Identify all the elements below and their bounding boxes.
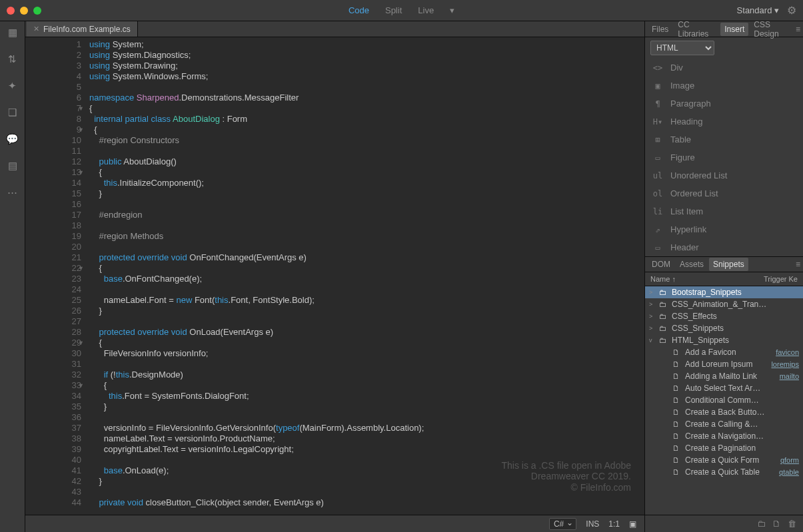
insert-label: Paragraph	[670, 99, 711, 109]
snippets-header: Name ↑ Trigger Ke	[645, 272, 803, 286]
snippet-trigger: mailto	[780, 372, 799, 380]
insert-category-select[interactable]: HTML	[650, 41, 714, 55]
insert-list: <>Div▣Image¶ParagraphH▾Heading⊞Table▭Fig…	[645, 59, 803, 256]
snippet-file[interactable]: 🗋Conditional Comm…	[645, 394, 803, 406]
snippet-file[interactable]: 🗋Create a Quick Tableqtable	[645, 466, 803, 478]
language-dropdown[interactable]: C#	[549, 518, 576, 530]
snippet-file[interactable]: 🗋Create a Quick Formqform	[645, 454, 803, 466]
maximize-window[interactable]	[33, 7, 41, 15]
snippet-label: Add a Favicon	[685, 348, 772, 357]
brush-icon[interactable]: ❑	[7, 107, 19, 119]
file-tab[interactable]: ✕ FileInfo.com Example.cs	[27, 21, 138, 37]
insert-label: Header	[670, 242, 699, 252]
insert-icon: ¶	[652, 99, 664, 109]
insert-icon: ⇗	[652, 225, 664, 234]
insert-label: Image	[670, 81, 694, 91]
snippet-trigger: qtable	[779, 468, 799, 476]
insert-item[interactable]: ▭Header	[645, 238, 803, 256]
insert-item[interactable]: liList Item	[645, 202, 803, 220]
snippet-label: Bootstrap_Snippets	[672, 288, 799, 297]
insert-icon: ul	[652, 171, 664, 180]
insert-item[interactable]: olOrdered List	[645, 184, 803, 202]
insert-item[interactable]: ⊞Table	[645, 131, 803, 148]
panel-tab-dom[interactable]: DOM	[648, 258, 674, 271]
snippet-label: Create a Quick Table	[685, 467, 776, 477]
more-icon[interactable]: ⋯	[7, 186, 19, 198]
code-area[interactable]: 1234567▼89▼10111213▼141516171819202122▼2…	[25, 37, 644, 515]
insert-item[interactable]: <>Div	[645, 59, 803, 77]
trash-icon[interactable]: 🗑	[788, 519, 796, 529]
close-tab-icon[interactable]: ✕	[33, 25, 39, 33]
insert-item[interactable]: ▭Figure	[645, 148, 803, 166]
snippet-file[interactable]: 🗋Create a Back Butto…	[645, 406, 803, 418]
wand-icon[interactable]: ✦	[7, 80, 19, 92]
close-window[interactable]	[7, 7, 15, 15]
snippet-file[interactable]: 🗋Create a Navigation…	[645, 430, 803, 442]
insert-icon: ⊞	[652, 135, 664, 144]
file-icon: 🗋	[672, 408, 682, 416]
insert-label: List Item	[670, 206, 703, 216]
snippet-trigger: favicon	[776, 348, 799, 356]
snippet-label: Add Loreum Ipsum	[685, 360, 768, 369]
file-icon: 🗋	[672, 420, 682, 428]
col-trigger[interactable]: Trigger Ke	[764, 275, 798, 283]
transfer-icon[interactable]: ⇅	[7, 53, 19, 65]
file-icon: 🗋	[672, 456, 682, 464]
panel-tab-snippets[interactable]: Snippets	[709, 258, 748, 271]
file-icon: 🗋	[672, 348, 682, 356]
panel-tab-insert[interactable]: Insert	[720, 23, 748, 36]
gear-icon[interactable]: ⚙	[787, 4, 796, 17]
minimize-window[interactable]	[20, 7, 28, 15]
snippet-file[interactable]: 🗋Create a Calling &…	[645, 418, 803, 430]
panel-menu-icon[interactable]: ≡	[796, 25, 800, 34]
insert-icon: ▭	[652, 243, 664, 252]
insert-category[interactable]: HTML	[645, 37, 803, 59]
image-icon[interactable]: ▤	[7, 160, 19, 172]
comment-icon[interactable]: 💬	[7, 133, 19, 145]
layout-dropdown[interactable]: Standard ▾	[737, 5, 779, 15]
file-tab-label: FileInfo.com Example.cs	[43, 25, 131, 34]
snippet-file[interactable]: 🗋Adding a Mailto Linkmailto	[645, 370, 803, 382]
view-tab-code[interactable]: Code	[349, 5, 369, 15]
file-icon: 🗋	[672, 396, 682, 404]
snippet-file[interactable]: 🗋Create a Pagination	[645, 442, 803, 454]
snippet-folder[interactable]: >🗀CSS_Animation_&_Tran…	[645, 298, 803, 310]
snippet-label: Create a Quick Form	[685, 455, 777, 465]
snippet-label: Create a Back Butto…	[685, 407, 799, 417]
snippet-folder[interactable]: >🗀CSS_Effects	[645, 310, 803, 322]
col-name[interactable]: Name ↑	[650, 275, 764, 283]
chevron-down-icon[interactable]: ▾	[450, 5, 454, 15]
file-icon: 🗋	[672, 384, 682, 392]
snippet-file[interactable]: 🗋Add Loreum Ipsumloremips	[645, 358, 803, 370]
new-folder-icon[interactable]: 🗀	[757, 519, 766, 529]
insert-item[interactable]: ¶Paragraph	[645, 95, 803, 113]
insert-icon: ▭	[652, 153, 664, 162]
snippet-label: Create a Pagination	[685, 443, 799, 453]
insert-label: Div	[670, 63, 683, 73]
insert-item[interactable]: ulUnordered List	[645, 166, 803, 184]
gutter: 1234567▼89▼10111213▼141516171819202122▼2…	[25, 37, 85, 515]
panel-tabs-bottom: DOMAssetsSnippets≡	[645, 256, 803, 272]
snippet-trigger: qform	[780, 456, 799, 464]
panel-tab-assets[interactable]: Assets	[676, 258, 708, 271]
snippet-file[interactable]: 🗋Add a Faviconfavicon	[645, 346, 803, 358]
snippet-file[interactable]: 🗋Auto Select Text Ar…	[645, 382, 803, 394]
view-tab-live[interactable]: Live	[418, 5, 434, 15]
snippet-folder[interactable]: v🗀HTML_Snippets	[645, 334, 803, 346]
file-icon[interactable]: ▦	[7, 27, 19, 39]
folder-icon: 🗀	[659, 336, 668, 344]
snippet-label: CSS_Effects	[672, 312, 799, 321]
insert-item[interactable]: ▣Image	[645, 77, 803, 95]
panel-tab-files[interactable]: Files	[648, 23, 672, 36]
view-tab-split[interactable]: Split	[385, 5, 402, 15]
insert-item[interactable]: ⇗Hyperlink	[645, 220, 803, 238]
insert-item[interactable]: H▾Heading	[645, 113, 803, 131]
snippet-folder[interactable]: >🗀Bootstrap_Snippets	[645, 286, 803, 298]
view-tabs: CodeSplitLive▾	[349, 5, 454, 15]
panel-menu-icon[interactable]: ≡	[796, 260, 800, 269]
snippet-folder[interactable]: >🗀CSS_Snippets	[645, 322, 803, 334]
code-lines[interactable]: using System;using System.Diagnostics;us…	[85, 37, 644, 515]
preview-icon[interactable]: ▣	[629, 519, 636, 529]
new-snippet-icon[interactable]: 🗋	[772, 519, 781, 529]
snippet-label: Auto Select Text Ar…	[685, 384, 799, 393]
